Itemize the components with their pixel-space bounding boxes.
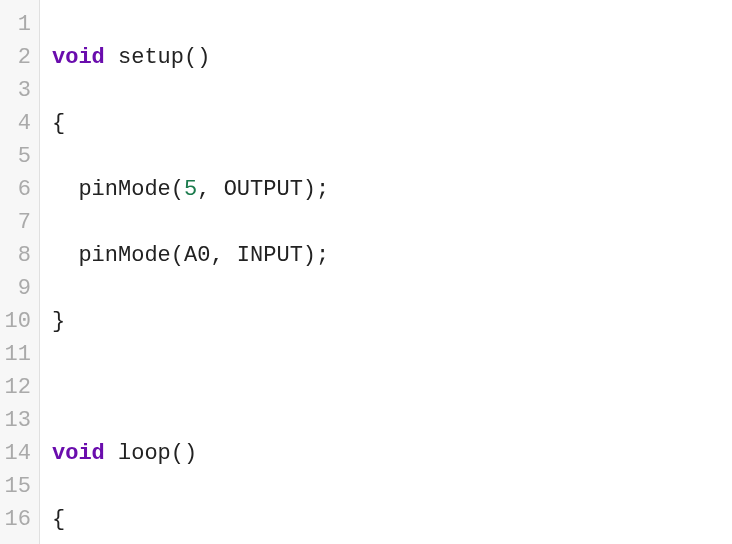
line-number: 2	[4, 41, 31, 74]
code-line: pinMode(A0, INPUT);	[52, 239, 732, 272]
line-number: 3	[4, 74, 31, 107]
line-number: 13	[4, 404, 31, 437]
brace: {	[52, 111, 65, 136]
line-number: 16	[4, 503, 31, 536]
number: 5	[184, 177, 197, 202]
code-text: , OUTPUT);	[197, 177, 329, 202]
code-line: void loop()	[52, 437, 732, 470]
line-number: 12	[4, 371, 31, 404]
code-line: {	[52, 107, 732, 140]
code-line	[52, 371, 732, 404]
line-number: 9	[4, 272, 31, 305]
line-number: 1	[4, 8, 31, 41]
code-line: pinMode(5, OUTPUT);	[52, 173, 732, 206]
brace: {	[52, 507, 65, 532]
code-text: pinMode(	[52, 177, 184, 202]
line-number-gutter: 1 2 3 4 5 6 7 8 9 10 11 12 13 14 15 16	[0, 0, 40, 544]
code-line: }	[52, 305, 732, 338]
line-number: 15	[4, 470, 31, 503]
code-text: setup()	[105, 45, 211, 70]
line-number: 14	[4, 437, 31, 470]
line-number: 6	[4, 173, 31, 206]
code-line: {	[52, 503, 732, 536]
keyword: void	[52, 45, 105, 70]
code-area[interactable]: void setup() { pinMode(5, OUTPUT); pinMo…	[40, 0, 732, 544]
code-text: pinMode(A0, INPUT);	[52, 243, 329, 268]
line-number: 10	[4, 305, 31, 338]
code-line: void setup()	[52, 41, 732, 74]
code-text: loop()	[105, 441, 197, 466]
brace: }	[52, 309, 65, 334]
line-number: 8	[4, 239, 31, 272]
keyword: void	[52, 441, 105, 466]
line-number: 7	[4, 206, 31, 239]
line-number: 5	[4, 140, 31, 173]
line-number: 11	[4, 338, 31, 371]
line-number: 4	[4, 107, 31, 140]
